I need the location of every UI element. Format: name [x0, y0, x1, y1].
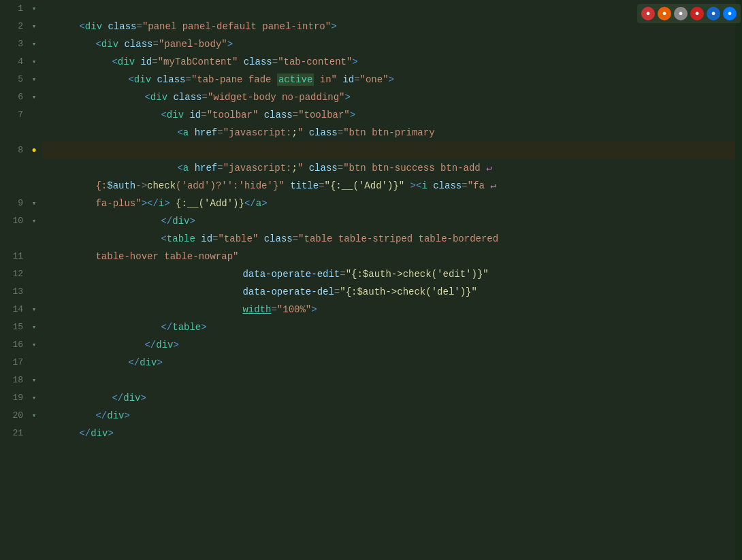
gutter-fold-19[interactable]	[29, 389, 39, 407]
line-num-10: 10	[0, 212, 23, 230]
line-num-8: 8	[0, 142, 23, 159]
code-line-10-wrap: table-hover table-nowrap"	[42, 230, 742, 248]
firefox-icon[interactable]: ●	[658, 7, 671, 20]
gutter-11	[29, 248, 39, 265]
gutter-fold-1[interactable]	[29, 0, 39, 18]
gutter-fold-6[interactable]	[29, 88, 39, 106]
line-num-19: 19	[0, 389, 23, 407]
code-line-10: <table id="table" class="table table-str…	[42, 212, 742, 230]
code-line-11: data-operate-edit="{:$auth->check('edit'…	[42, 248, 742, 265]
gutter-wrap8b	[29, 177, 39, 195]
gutter-21	[29, 425, 39, 442]
code-line-12: data-operate-del="{:$auth->check('del')}…	[42, 265, 742, 283]
code-line-9: </div>	[42, 195, 742, 212]
code-line-16: </div>	[42, 336, 742, 354]
line-num-20: 20	[0, 407, 23, 425]
line-num-1: 1	[0, 0, 23, 18]
code-line-17	[42, 354, 742, 372]
line-num-16: 16	[0, 336, 23, 354]
gutter-7	[29, 106, 39, 124]
gutter-wrap7	[29, 124, 39, 142]
line-num-18: 18	[0, 372, 23, 389]
line-num-5: 5	[0, 71, 23, 88]
gutter-17	[29, 354, 39, 372]
line-num-wrap8b	[0, 177, 23, 195]
code-line-7: <a href="javascript:;" class="btn btn-pr…	[42, 106, 742, 124]
gutter-fold-10[interactable]	[29, 212, 39, 230]
line-num-4: 4	[0, 53, 23, 71]
code-content[interactable]: <div class="panel panel-default panel-in…	[42, 0, 742, 560]
code-line-8: <a href="javascript:;" class="btn btn-su…	[42, 142, 742, 159]
line-num-7: 7	[0, 106, 23, 124]
code-line-3: <div id="myTabContent" class="tab-conten…	[42, 35, 742, 53]
line-num-6: 6	[0, 88, 23, 106]
ie-icon[interactable]: ●	[690, 7, 704, 20]
gutter-13	[29, 283, 39, 301]
line-num-wrap10	[0, 230, 23, 248]
line-num-3: 3	[0, 35, 23, 53]
gutter-8: ●	[29, 142, 39, 159]
line-num-14: 14	[0, 301, 23, 318]
line-numbers: 1 2 3 4 5 6 7 8 9 10 11 12 13 14 15 16 1…	[0, 0, 29, 560]
vertical-scrollbar[interactable]	[735, 0, 742, 560]
browser-icons-bar: ● ● ● ● ● ●	[637, 4, 741, 23]
gutter-wrap8a	[29, 159, 39, 177]
edge-icon[interactable]: ●	[674, 7, 688, 20]
line-num-9: 9	[0, 195, 23, 212]
code-editor: ▲ 3 ∧ ● ● ● ● ● ● 1 2 3 4 5 6 7 8 9 10 1…	[0, 0, 742, 560]
gutter-fold-9[interactable]	[29, 195, 39, 212]
gutter-12	[29, 265, 39, 283]
gutter-fold-16[interactable]	[29, 336, 39, 354]
line-num-wrap8a	[0, 159, 23, 177]
code-line-4: <div class="tab-pane fade active in" id=…	[42, 53, 742, 71]
code-gutter: ●	[29, 0, 42, 560]
gutter-fold-18[interactable]	[29, 372, 39, 389]
gutter-fold-3[interactable]	[29, 35, 39, 53]
code-line-19: </div>	[42, 389, 742, 407]
code-line-8-wrap1: {:$auth->check('add')?'':'hide'}" title=…	[42, 159, 742, 177]
gutter-wrap10	[29, 230, 39, 248]
safari-icon[interactable]: ●	[723, 7, 737, 20]
gutter-fold-15[interactable]	[29, 318, 39, 336]
code-line-5: <div class="widget-body no-padding">	[42, 71, 742, 88]
line-num-13: 13	[0, 283, 23, 301]
line-num-21: 21	[0, 425, 23, 442]
gutter-fold-5[interactable]	[29, 71, 39, 88]
line-num-wrap7	[0, 124, 23, 142]
code-line-13: width="100%">	[42, 283, 742, 301]
code-line-21	[42, 425, 742, 442]
line-num-2: 2	[0, 18, 23, 35]
code-line-14: </table>	[42, 301, 742, 318]
gutter-fold-20[interactable]	[29, 407, 39, 425]
gutter-fold-14[interactable]	[29, 301, 39, 318]
code-line-6: <div id="toolbar" class="toolbar">	[42, 88, 742, 106]
gutter-fold-4[interactable]	[29, 53, 39, 71]
line-num-11: 11	[0, 248, 23, 265]
line-num-17: 17	[0, 354, 23, 372]
gutter-fold-2[interactable]	[29, 18, 39, 35]
line-num-15: 15	[0, 318, 23, 336]
opera-icon[interactable]: ●	[707, 7, 720, 20]
code-line-7-wrap: btn-refresh" title="{:__('Refresh')}" ><…	[42, 124, 742, 142]
code-line-20: </div>	[42, 407, 742, 425]
code-line-15: </div>	[42, 318, 742, 336]
chrome-icon[interactable]: ●	[641, 7, 655, 20]
code-line-8-wrap2: fa-plus"></i> {:__('Add')}</a>	[42, 177, 742, 195]
code-line-18: </div>	[42, 372, 742, 389]
line-num-12: 12	[0, 265, 23, 283]
